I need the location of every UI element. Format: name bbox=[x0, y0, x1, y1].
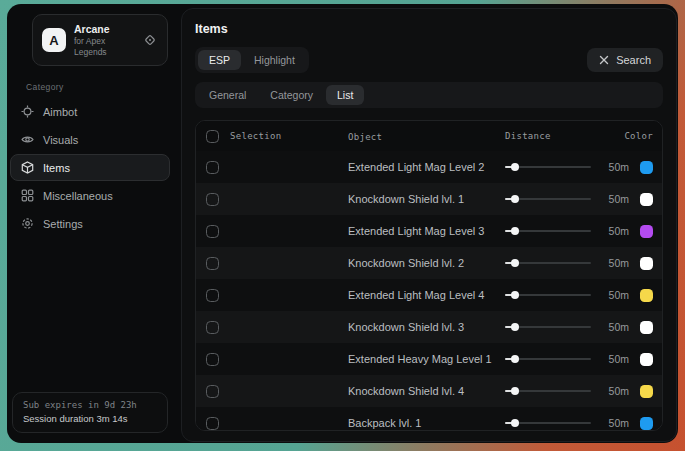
select-all-checkbox[interactable] bbox=[206, 130, 219, 143]
row-checkbox[interactable] bbox=[206, 353, 219, 366]
object-name: Knockdown Shield lvl. 2 bbox=[348, 257, 505, 269]
sidebar-item[interactable]: Settings bbox=[10, 210, 170, 237]
distance-value: 50m bbox=[609, 353, 629, 365]
row-checkbox[interactable] bbox=[206, 289, 219, 302]
view-tab[interactable]: Category bbox=[259, 85, 324, 105]
search-button-label: Search bbox=[616, 54, 651, 66]
cube-icon bbox=[21, 161, 34, 174]
table-row[interactable]: Extended Light Mag Level 2 50m bbox=[196, 151, 662, 183]
eye-icon bbox=[21, 133, 34, 146]
sidebar-item-label: Miscellaneous bbox=[43, 190, 113, 202]
object-name: Extended Light Mag Level 2 bbox=[348, 161, 505, 173]
row-checkbox[interactable] bbox=[206, 193, 219, 206]
sidebar-item[interactable]: Visuals bbox=[10, 126, 170, 153]
column-header-color: Color bbox=[624, 131, 653, 141]
color-swatch[interactable] bbox=[640, 289, 653, 302]
table-row[interactable]: Knockdown Shield lvl. 4 50m bbox=[196, 375, 662, 407]
sidebar-section-label: Category bbox=[26, 82, 170, 92]
distance-slider[interactable] bbox=[505, 290, 591, 300]
view-tab[interactable]: List bbox=[326, 85, 364, 105]
view-tabs: General Category List bbox=[195, 82, 663, 108]
view-tab[interactable]: General bbox=[198, 85, 257, 105]
sidebar-item[interactable]: Miscellaneous bbox=[10, 182, 170, 209]
sidebar-item[interactable]: Items bbox=[10, 154, 170, 181]
row-checkbox[interactable] bbox=[206, 257, 219, 270]
distance-value: 50m bbox=[609, 417, 629, 429]
column-header-distance: Distance bbox=[505, 131, 551, 141]
sidebar-item-label: Settings bbox=[43, 218, 83, 230]
column-header-object: Object bbox=[348, 132, 382, 142]
distance-slider[interactable] bbox=[505, 354, 591, 364]
sidebar-item-label: Visuals bbox=[43, 134, 78, 146]
row-checkbox[interactable] bbox=[206, 385, 219, 398]
app-name: Arcane bbox=[74, 23, 134, 36]
mode-tab[interactable]: Highlight bbox=[243, 50, 306, 70]
row-checkbox[interactable] bbox=[206, 225, 219, 238]
sub-expires-text: Sub expires in 9d 23h bbox=[23, 400, 157, 410]
distance-slider[interactable] bbox=[505, 258, 591, 268]
row-checkbox[interactable] bbox=[206, 161, 219, 174]
sidebar-item-label: Aimbot bbox=[43, 106, 77, 118]
session-duration-text: Session duration 3m 14s bbox=[23, 413, 157, 424]
table-row[interactable]: Knockdown Shield lvl. 3 50m bbox=[196, 311, 662, 343]
distance-value: 50m bbox=[609, 321, 629, 333]
search-button[interactable]: Search bbox=[587, 48, 663, 72]
distance-value: 50m bbox=[609, 225, 629, 237]
color-swatch[interactable] bbox=[640, 385, 653, 398]
distance-slider[interactable] bbox=[505, 194, 591, 204]
row-checkbox[interactable] bbox=[206, 321, 219, 334]
distance-slider[interactable] bbox=[505, 386, 591, 396]
color-swatch[interactable] bbox=[640, 321, 653, 334]
crosshair-icon bbox=[21, 105, 34, 118]
object-name: Knockdown Shield lvl. 3 bbox=[348, 321, 505, 333]
table-row[interactable]: Extended Heavy Mag Level 1 50m bbox=[196, 343, 662, 375]
table-row[interactable]: Extended Light Mag Level 4 50m bbox=[196, 279, 662, 311]
distance-slider[interactable] bbox=[505, 226, 591, 236]
main-panel: Items ESP Highlight Search bbox=[181, 8, 677, 442]
object-name: Extended Heavy Mag Level 1 bbox=[348, 353, 505, 365]
table-header-row: Selection Object Distance Color bbox=[196, 121, 662, 151]
sidebar: A Arcane for Apex Legends Category Aimbo… bbox=[7, 4, 175, 443]
color-swatch[interactable] bbox=[640, 225, 653, 238]
app-header-card: A Arcane for Apex Legends bbox=[32, 14, 168, 66]
mode-tabs: ESP Highlight bbox=[195, 47, 309, 73]
color-swatch[interactable] bbox=[640, 161, 653, 174]
distance-value: 50m bbox=[609, 257, 629, 269]
distance-slider[interactable] bbox=[505, 322, 591, 332]
row-checkbox[interactable] bbox=[206, 417, 219, 430]
distance-slider[interactable] bbox=[505, 162, 591, 172]
overlay-window: A Arcane for Apex Legends Category Aimbo… bbox=[7, 4, 678, 443]
sidebar-nav: Aimbot Visuals Items Miscellaneous bbox=[10, 98, 170, 237]
distance-value: 50m bbox=[609, 161, 629, 173]
mode-toolbar: ESP Highlight Search bbox=[195, 47, 663, 73]
object-name: Knockdown Shield lvl. 4 bbox=[348, 385, 505, 397]
diamond-icon[interactable] bbox=[142, 32, 158, 48]
table-row[interactable]: Knockdown Shield lvl. 2 50m bbox=[196, 247, 662, 279]
table-row[interactable]: Backpack lvl. 1 50m bbox=[196, 407, 662, 431]
x-icon bbox=[599, 55, 609, 65]
items-table: Selection Object Distance Color Extended… bbox=[195, 120, 663, 431]
color-swatch[interactable] bbox=[640, 193, 653, 206]
app-logo: A bbox=[42, 28, 66, 52]
color-swatch[interactable] bbox=[640, 417, 653, 430]
table-body: Extended Light Mag Level 2 50m bbox=[196, 151, 662, 431]
distance-value: 50m bbox=[609, 289, 629, 301]
page-title: Items bbox=[195, 22, 663, 36]
table-row[interactable]: Extended Light Mag Level 3 50m bbox=[196, 215, 662, 247]
sidebar-item[interactable]: Aimbot bbox=[10, 98, 170, 125]
object-name: Extended Light Mag Level 4 bbox=[348, 289, 505, 301]
distance-value: 50m bbox=[609, 385, 629, 397]
color-swatch[interactable] bbox=[640, 353, 653, 366]
column-header-selection: Selection bbox=[230, 131, 281, 141]
grid-icon bbox=[21, 189, 34, 202]
sidebar-item-label: Items bbox=[43, 162, 70, 174]
object-name: Knockdown Shield lvl. 1 bbox=[348, 193, 505, 205]
object-name: Extended Light Mag Level 3 bbox=[348, 225, 505, 237]
distance-slider[interactable] bbox=[505, 418, 591, 428]
distance-value: 50m bbox=[609, 193, 629, 205]
color-swatch[interactable] bbox=[640, 257, 653, 270]
mode-tab[interactable]: ESP bbox=[198, 50, 241, 70]
session-info-card: Sub expires in 9d 23h Session duration 3… bbox=[12, 392, 168, 433]
table-row[interactable]: Knockdown Shield lvl. 1 50m bbox=[196, 183, 662, 215]
app-subtitle: for Apex Legends bbox=[74, 36, 134, 57]
